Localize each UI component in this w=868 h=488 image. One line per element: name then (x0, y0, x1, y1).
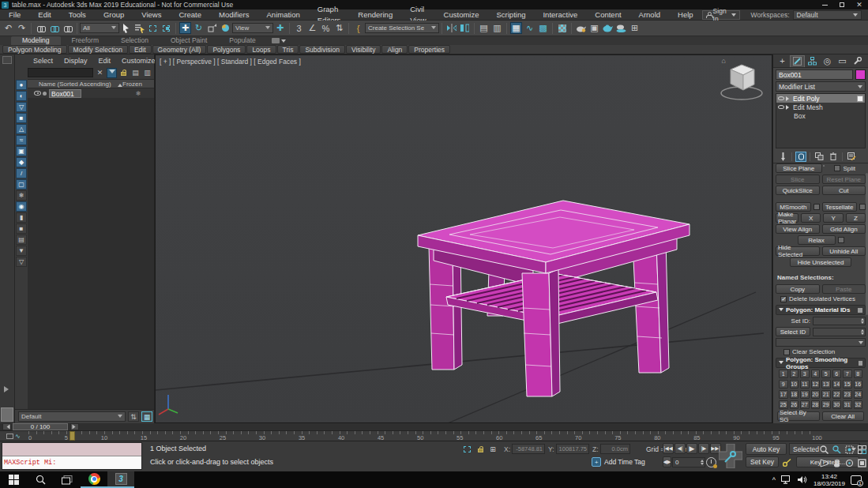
menu-rendering[interactable]: Rendering (349, 9, 401, 21)
angle-snap-icon[interactable]: ∠ (306, 22, 318, 34)
zoom-extents-all-icon[interactable] (856, 443, 868, 456)
explorer-menu-edit[interactable]: Edit (93, 57, 117, 65)
planar-y-button[interactable]: Y (823, 213, 843, 223)
sign-in-button[interactable]: Sign In (702, 10, 740, 20)
scene-explorer-search-input[interactable] (28, 68, 93, 77)
visibility-eye-icon[interactable] (34, 91, 41, 96)
curve-editor-icon[interactable]: ∿ (524, 22, 535, 34)
make-planar-button[interactable]: Make Planar (776, 213, 798, 223)
taskbar-clock[interactable]: 13:42 18/03/2019 (814, 473, 845, 487)
ribbon-section-properties[interactable]: Properties (408, 45, 450, 54)
material-editor-icon[interactable] (556, 22, 568, 34)
configure-modifier-sets-icon[interactable] (846, 152, 857, 162)
frame-back-button[interactable] (2, 423, 11, 430)
current-frame-marker[interactable] (70, 431, 75, 441)
autodesk-360-icon[interactable]: ⊞ (629, 22, 641, 34)
toggle-ribbon-icon[interactable]: ▦ (510, 22, 522, 34)
smoothing-group-19[interactable]: 19 (800, 390, 810, 399)
rectangular-selection-region-icon[interactable] (147, 22, 159, 34)
rollout-material-ids[interactable]: Polygon: Material IDs (776, 305, 866, 315)
cut-button[interactable]: Cut (822, 186, 866, 195)
start-button[interactable] (0, 471, 27, 488)
tab-motion-icon[interactable]: ◎ (820, 55, 835, 67)
explorer-settings-icon[interactable]: ⇅ (128, 411, 139, 422)
time-slider-track[interactable] (79, 423, 800, 430)
smoothing-group-24[interactable]: 24 (854, 390, 863, 399)
tab-display-icon[interactable]: ▭ (835, 55, 850, 67)
taskbar-chrome-icon[interactable] (81, 471, 107, 488)
menu-edit[interactable]: Edit (29, 9, 59, 21)
select-and-rotate-icon[interactable]: ↻ (193, 22, 205, 34)
time-configuration-icon[interactable] (706, 457, 716, 467)
filter-assemblies-icon[interactable]: ▤ (16, 235, 27, 245)
select-id-field[interactable] (813, 328, 866, 336)
volume-icon[interactable] (798, 473, 808, 487)
smoothing-group-4[interactable]: 4 (811, 370, 821, 378)
frame-forward-button[interactable] (70, 423, 79, 430)
mirror-icon[interactable] (445, 22, 457, 34)
filter-bones-icon[interactable]: ◆ (16, 157, 27, 167)
smoothing-group-32[interactable]: 32 (854, 400, 863, 409)
smoothing-group-20[interactable]: 20 (811, 390, 821, 399)
smoothing-group-16[interactable]: 16 (854, 380, 863, 389)
smoothing-group-21[interactable]: 21 (821, 390, 831, 399)
key-filter-icon[interactable] (781, 457, 793, 467)
select-object-icon[interactable] (120, 22, 132, 34)
eye-icon[interactable] (778, 105, 784, 109)
select-and-scale-icon[interactable] (206, 22, 218, 34)
layout-tab-icon[interactable] (2, 56, 12, 64)
quickslice-button[interactable]: QuickSlice (776, 186, 820, 195)
menu-interactive[interactable]: Interactive (534, 9, 586, 21)
smoothing-group-30[interactable]: 30 (832, 400, 842, 409)
ribbon-section-align[interactable]: Align (381, 45, 408, 54)
smoothing-group-5[interactable]: 5 (821, 370, 831, 378)
select-and-manipulate-icon[interactable]: ✚ (274, 22, 286, 34)
explorer-menu-select[interactable]: Select (28, 57, 58, 65)
smoothing-group-14[interactable]: 14 (832, 380, 842, 389)
smoothing-group-25[interactable]: 25 (779, 400, 788, 409)
ribbon-section-visibility[interactable]: Visibility (346, 45, 381, 54)
menu-content[interactable]: Content (586, 9, 629, 21)
auto-key-button[interactable]: Auto Key (746, 443, 787, 455)
ribbon-section-edit[interactable]: Edit (129, 45, 152, 54)
selection-filter-dropdown[interactable]: All (80, 23, 119, 33)
reset-plane-button[interactable]: Reset Plane (822, 175, 866, 184)
hide-unselected-button[interactable]: Hide Unselected (790, 257, 851, 267)
listener-script-pane[interactable]: MAXScript Mi: (2, 456, 141, 469)
menu-group[interactable]: Group (95, 9, 133, 21)
hide-selected-button[interactable]: Hide Selected (776, 246, 820, 256)
unhide-all-button[interactable]: Unhide All (822, 246, 866, 256)
filter-spacewarps-icon[interactable]: ≈ (16, 135, 27, 145)
tessellate-settings-checkbox[interactable] (859, 204, 866, 210)
object-color-swatch[interactable] (855, 69, 866, 80)
ribbon-section-polygon-modeling[interactable]: Polygon Modeling (2, 45, 67, 54)
close-button[interactable]: ✕ (851, 0, 868, 9)
viewport-canvas[interactable] (156, 55, 772, 423)
smoothing-group-11[interactable]: 11 (800, 380, 810, 389)
window-crossing-icon[interactable] (160, 22, 172, 34)
remove-modifier-icon[interactable] (828, 152, 839, 162)
layout-expand-icon[interactable] (4, 386, 12, 392)
slice-plane-button[interactable]: Slice Plane (776, 163, 822, 173)
redo-icon[interactable]: ↷ (16, 22, 28, 34)
percent-snap-icon[interactable]: % (320, 22, 332, 34)
layer-dropdown[interactable]: Default (18, 411, 126, 422)
filter-hidden-icon[interactable]: ◉ (16, 201, 27, 212)
menu-arnold[interactable]: Arnold (630, 9, 669, 21)
menu-animation[interactable]: Animation (258, 9, 309, 21)
named-selection-sets-icon[interactable]: { (352, 22, 364, 34)
stack-item-edit-mesh[interactable]: Edit Mesh (776, 103, 865, 111)
task-view-icon[interactable] (54, 471, 81, 488)
rollout-scroll-area[interactable]: Slice Plane Split Slice Reset Plane Quic… (773, 163, 868, 423)
object-name[interactable]: Box001 (49, 89, 81, 98)
time-slider-handle[interactable]: 0 / 100 (13, 423, 68, 430)
rollout-smoothing-groups[interactable]: Polygon: Smoothing Groups (776, 358, 866, 368)
msmooth-settings-checkbox[interactable] (814, 204, 820, 210)
pick-parent-icon[interactable]: ▤ (130, 68, 141, 78)
smoothing-group-18[interactable]: 18 (790, 390, 799, 399)
table-row[interactable]: Box001 ❄ (28, 88, 154, 98)
filter-particles-icon[interactable]: ▣ (16, 146, 27, 156)
slice-button[interactable]: Slice (776, 175, 820, 184)
relax-settings-checkbox[interactable] (838, 237, 844, 243)
schematic-view-icon[interactable]: ▩ (537, 22, 549, 34)
